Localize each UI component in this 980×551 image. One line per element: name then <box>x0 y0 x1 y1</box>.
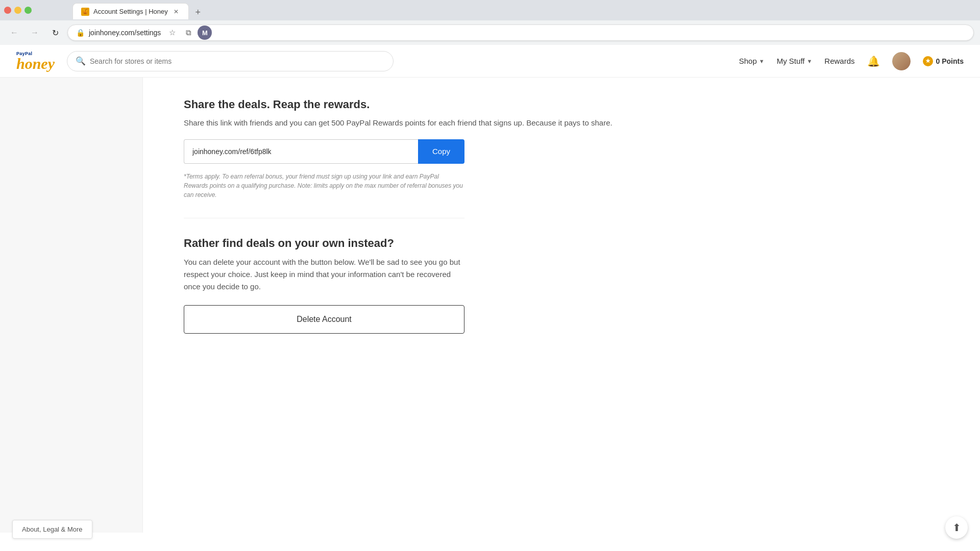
shop-chevron-icon: ▼ <box>759 58 765 64</box>
share-title: Share the deals. Reap the rewards. <box>184 98 939 111</box>
bookmark-icon[interactable]: ☆ <box>165 26 179 40</box>
lock-icon: 🔒 <box>76 29 85 37</box>
refresh-button[interactable]: ↻ <box>47 24 63 41</box>
points-label: 0 Points <box>936 57 964 65</box>
my-stuff-chevron-icon: ▼ <box>806 58 812 64</box>
back-button[interactable]: ← <box>6 24 22 41</box>
tab-close-button[interactable]: ✕ <box>172 8 180 16</box>
copy-button[interactable]: Copy <box>418 139 464 164</box>
page-layout: Share the deals. Reap the rewards. Share… <box>0 78 980 533</box>
delete-description: You can delete your account with the but… <box>184 256 464 293</box>
section-divider <box>184 218 464 218</box>
window-controls <box>4 7 32 14</box>
my-stuff-menu[interactable]: My Stuff ▼ <box>777 57 813 65</box>
share-description: Share this link with friends and you can… <box>184 117 939 129</box>
tab-bar: 🍯 Account Settings | Honey ✕ + <box>36 1 205 19</box>
split-view-icon[interactable]: ⧉ <box>181 26 195 40</box>
rewards-label: Rewards <box>824 57 854 65</box>
browser-chrome: 🍯 Account Settings | Honey ✕ + ← → ↻ 🔒 j… <box>0 0 980 45</box>
address-bar-icons: ☆ ⧉ M <box>165 26 212 40</box>
rewards-link[interactable]: Rewards <box>824 57 854 65</box>
active-tab[interactable]: 🍯 Account Settings | Honey ✕ <box>72 3 189 19</box>
tab-title: Account Settings | Honey <box>93 8 168 15</box>
sidebar <box>0 78 143 533</box>
terms-text: *Terms apply. To earn referral bonus, yo… <box>184 172 464 199</box>
new-tab-button[interactable]: + <box>191 5 205 19</box>
avatar-image <box>892 52 911 70</box>
about-legal-button[interactable]: About, Legal & More <box>12 520 92 539</box>
nav-right: Shop ▼ My Stuff ▼ Rewards 🔔 ★ 0 Points <box>739 52 964 70</box>
referral-row: Copy <box>184 139 464 164</box>
forward-button[interactable]: → <box>27 24 43 41</box>
delete-title: Rather find deals on your own instead? <box>184 237 939 250</box>
points-coin-icon: ★ <box>923 56 933 66</box>
title-bar: 🍯 Account Settings | Honey ✕ + <box>0 0 980 20</box>
avatar[interactable] <box>892 52 911 70</box>
address-bar-row: ← → ↻ 🔒 joinhoney.com/settings ☆ ⧉ M <box>0 20 980 45</box>
site-wrapper: PayPal honey 🔍 Shop ▼ My Stuff ▼ Rewards… <box>0 45 980 533</box>
search-input[interactable] <box>90 57 385 65</box>
profile-button[interactable]: M <box>198 26 212 40</box>
tab-favicon: 🍯 <box>81 8 89 16</box>
shop-menu[interactable]: Shop ▼ <box>739 57 765 65</box>
honey-label: honey <box>16 56 55 71</box>
window-maximize-button[interactable] <box>24 7 32 14</box>
address-text: joinhoney.com/settings <box>89 29 161 37</box>
notifications-bell-icon[interactable]: 🔔 <box>867 55 880 67</box>
window-close-button[interactable] <box>4 7 11 14</box>
about-legal-label: About, Legal & More <box>22 525 83 533</box>
delete-account-label: Delete Account <box>297 315 352 324</box>
referral-url-input[interactable] <box>184 139 418 164</box>
main-content: Share the deals. Reap the rewards. Share… <box>143 78 980 533</box>
points-badge[interactable]: ★ 0 Points <box>923 56 964 66</box>
honey-logo: PayPal honey <box>16 51 55 71</box>
delete-account-button[interactable]: Delete Account <box>184 305 464 334</box>
my-stuff-label: My Stuff <box>777 57 805 65</box>
scroll-to-top-button[interactable]: ⬆ <box>945 516 968 539</box>
window-minimize-button[interactable] <box>14 7 21 14</box>
search-icon: 🔍 <box>76 56 86 66</box>
search-bar[interactable]: 🔍 <box>67 51 394 71</box>
shop-label: Shop <box>739 57 757 65</box>
scroll-top-icon: ⬆ <box>952 521 961 534</box>
address-bar[interactable]: 🔒 joinhoney.com/settings ☆ ⧉ M <box>67 24 974 41</box>
navbar: PayPal honey 🔍 Shop ▼ My Stuff ▼ Rewards… <box>0 45 980 78</box>
